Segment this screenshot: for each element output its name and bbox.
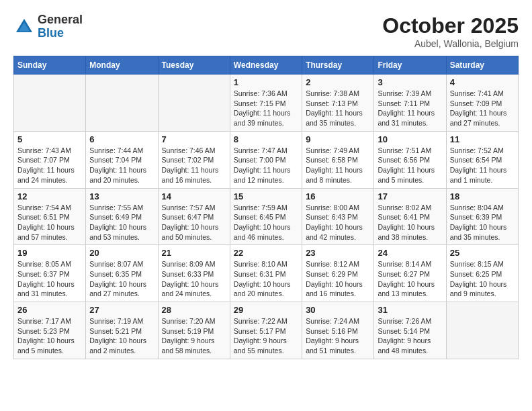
day-number: 25 xyxy=(450,248,515,258)
day-number: 6 xyxy=(89,134,154,144)
day-number: 9 xyxy=(306,134,370,144)
calendar-week-1: 1Sunrise: 7:36 AMSunset: 7:15 PMDaylight… xyxy=(14,75,519,132)
calendar-cell: 29Sunrise: 7:22 AMSunset: 5:17 PMDayligh… xyxy=(230,302,302,359)
calendar-cell: 22Sunrise: 8:10 AMSunset: 6:31 PMDayligh… xyxy=(230,245,302,302)
calendar-cell: 21Sunrise: 8:09 AMSunset: 6:33 PMDayligh… xyxy=(158,245,230,302)
weekday-header-wednesday: Wednesday xyxy=(230,56,302,75)
calendar-cell: 5Sunrise: 7:43 AMSunset: 7:07 PMDaylight… xyxy=(14,131,86,188)
day-number: 5 xyxy=(17,134,82,144)
day-info: Sunrise: 8:05 AMSunset: 6:37 PMDaylight:… xyxy=(17,259,82,299)
day-info: Sunrise: 7:55 AMSunset: 6:49 PMDaylight:… xyxy=(89,203,154,242)
weekday-header-tuesday: Tuesday xyxy=(158,56,230,75)
day-number: 30 xyxy=(306,305,370,315)
calendar-cell: 18Sunrise: 8:04 AMSunset: 6:39 PMDayligh… xyxy=(446,188,518,245)
day-info: Sunrise: 7:47 AMSunset: 7:00 PMDaylight:… xyxy=(234,146,298,185)
calendar-cell: 28Sunrise: 7:20 AMSunset: 5:19 PMDayligh… xyxy=(158,302,230,359)
calendar-week-5: 26Sunrise: 7:17 AMSunset: 5:23 PMDayligh… xyxy=(14,302,519,359)
calendar-week-2: 5Sunrise: 7:43 AMSunset: 7:07 PMDaylight… xyxy=(14,131,519,188)
calendar-week-4: 19Sunrise: 8:05 AMSunset: 6:37 PMDayligh… xyxy=(14,245,519,302)
day-info: Sunrise: 7:17 AMSunset: 5:23 PMDaylight:… xyxy=(17,316,82,356)
logo: General Blue xyxy=(13,13,83,40)
day-info: Sunrise: 8:00 AMSunset: 6:43 PMDaylight:… xyxy=(306,203,370,242)
day-info: Sunrise: 8:14 AMSunset: 6:27 PMDaylight:… xyxy=(378,259,442,299)
calendar-cell: 10Sunrise: 7:51 AMSunset: 6:56 PMDayligh… xyxy=(374,131,446,188)
calendar-cell: 2Sunrise: 7:38 AMSunset: 7:13 PMDaylight… xyxy=(302,75,374,132)
day-number: 16 xyxy=(306,191,370,201)
calendar-cell: 26Sunrise: 7:17 AMSunset: 5:23 PMDayligh… xyxy=(14,302,86,359)
calendar-cell: 17Sunrise: 8:02 AMSunset: 6:41 PMDayligh… xyxy=(374,188,446,245)
calendar-cell: 25Sunrise: 8:15 AMSunset: 6:25 PMDayligh… xyxy=(446,245,518,302)
calendar-cell: 31Sunrise: 7:26 AMSunset: 5:14 PMDayligh… xyxy=(374,302,446,359)
day-info: Sunrise: 7:24 AMSunset: 5:16 PMDaylight:… xyxy=(306,316,370,356)
weekday-header-friday: Friday xyxy=(374,56,446,75)
calendar-cell: 11Sunrise: 7:52 AMSunset: 6:54 PMDayligh… xyxy=(446,131,518,188)
calendar-cell: 6Sunrise: 7:44 AMSunset: 7:04 PMDaylight… xyxy=(86,131,158,188)
calendar-cell: 27Sunrise: 7:19 AMSunset: 5:21 PMDayligh… xyxy=(86,302,158,359)
day-number: 29 xyxy=(234,305,298,315)
day-info: Sunrise: 7:20 AMSunset: 5:19 PMDaylight:… xyxy=(162,316,226,356)
day-number: 18 xyxy=(450,191,515,201)
day-info: Sunrise: 7:44 AMSunset: 7:04 PMDaylight:… xyxy=(89,146,154,185)
weekday-header-saturday: Saturday xyxy=(446,56,518,75)
day-info: Sunrise: 7:52 AMSunset: 6:54 PMDaylight:… xyxy=(450,146,515,185)
day-info: Sunrise: 8:07 AMSunset: 6:35 PMDaylight:… xyxy=(89,259,154,299)
day-number: 4 xyxy=(450,77,515,87)
calendar-cell xyxy=(158,75,230,132)
location-subtitle: Aubel, Wallonia, Belgium xyxy=(382,38,519,49)
day-info: Sunrise: 7:41 AMSunset: 7:09 PMDaylight:… xyxy=(450,89,515,128)
day-info: Sunrise: 7:26 AMSunset: 5:14 PMDaylight:… xyxy=(378,316,442,356)
day-number: 13 xyxy=(89,191,154,201)
calendar-cell: 7Sunrise: 7:46 AMSunset: 7:02 PMDaylight… xyxy=(158,131,230,188)
weekday-header-monday: Monday xyxy=(86,56,158,75)
day-info: Sunrise: 7:38 AMSunset: 7:13 PMDaylight:… xyxy=(306,89,370,128)
day-number: 26 xyxy=(17,305,82,315)
day-number: 27 xyxy=(89,305,154,315)
calendar-cell: 16Sunrise: 8:00 AMSunset: 6:43 PMDayligh… xyxy=(302,188,374,245)
calendar-cell xyxy=(446,302,518,359)
day-number: 12 xyxy=(17,191,82,201)
day-number: 23 xyxy=(306,248,370,258)
calendar-cell: 8Sunrise: 7:47 AMSunset: 7:00 PMDaylight… xyxy=(230,131,302,188)
calendar-cell: 3Sunrise: 7:39 AMSunset: 7:11 PMDaylight… xyxy=(374,75,446,132)
day-number: 1 xyxy=(234,77,298,87)
calendar-cell: 13Sunrise: 7:55 AMSunset: 6:49 PMDayligh… xyxy=(86,188,158,245)
calendar-cell: 14Sunrise: 7:57 AMSunset: 6:47 PMDayligh… xyxy=(158,188,230,245)
calendar-week-3: 12Sunrise: 7:54 AMSunset: 6:51 PMDayligh… xyxy=(14,188,519,245)
day-info: Sunrise: 7:49 AMSunset: 6:58 PMDaylight:… xyxy=(306,146,370,185)
weekday-header-sunday: Sunday xyxy=(14,56,86,75)
day-info: Sunrise: 7:57 AMSunset: 6:47 PMDaylight:… xyxy=(162,203,226,242)
day-info: Sunrise: 8:10 AMSunset: 6:31 PMDaylight:… xyxy=(234,259,298,299)
logo-icon xyxy=(13,16,35,38)
day-number: 11 xyxy=(450,134,515,144)
day-info: Sunrise: 8:12 AMSunset: 6:29 PMDaylight:… xyxy=(306,259,370,299)
day-info: Sunrise: 7:43 AMSunset: 7:07 PMDaylight:… xyxy=(17,146,82,185)
day-number: 17 xyxy=(378,191,442,201)
calendar-cell: 4Sunrise: 7:41 AMSunset: 7:09 PMDaylight… xyxy=(446,75,518,132)
calendar-cell: 19Sunrise: 8:05 AMSunset: 6:37 PMDayligh… xyxy=(14,245,86,302)
title-block: October 2025 Aubel, Wallonia, Belgium xyxy=(382,13,519,49)
day-number: 21 xyxy=(162,248,226,258)
day-info: Sunrise: 8:02 AMSunset: 6:41 PMDaylight:… xyxy=(378,203,442,242)
day-info: Sunrise: 7:46 AMSunset: 7:02 PMDaylight:… xyxy=(162,146,226,185)
day-number: 3 xyxy=(378,77,442,87)
day-number: 22 xyxy=(234,248,298,258)
day-info: Sunrise: 8:09 AMSunset: 6:33 PMDaylight:… xyxy=(162,259,226,299)
day-number: 15 xyxy=(234,191,298,201)
day-info: Sunrise: 7:36 AMSunset: 7:15 PMDaylight:… xyxy=(234,89,298,128)
day-number: 19 xyxy=(17,248,82,258)
day-info: Sunrise: 7:54 AMSunset: 6:51 PMDaylight:… xyxy=(17,203,82,242)
day-number: 20 xyxy=(89,248,154,258)
page-header: General Blue October 2025 Aubel, Walloni… xyxy=(13,13,519,49)
day-info: Sunrise: 8:04 AMSunset: 6:39 PMDaylight:… xyxy=(450,203,515,242)
month-title: October 2025 xyxy=(382,13,519,38)
day-number: 10 xyxy=(378,134,442,144)
calendar-cell xyxy=(86,75,158,132)
day-number: 7 xyxy=(162,134,226,144)
calendar-cell: 12Sunrise: 7:54 AMSunset: 6:51 PMDayligh… xyxy=(14,188,86,245)
day-number: 14 xyxy=(162,191,226,201)
weekday-header-thursday: Thursday xyxy=(302,56,374,75)
day-number: 28 xyxy=(162,305,226,315)
day-number: 31 xyxy=(378,305,442,315)
day-number: 24 xyxy=(378,248,442,258)
day-number: 2 xyxy=(306,77,370,87)
